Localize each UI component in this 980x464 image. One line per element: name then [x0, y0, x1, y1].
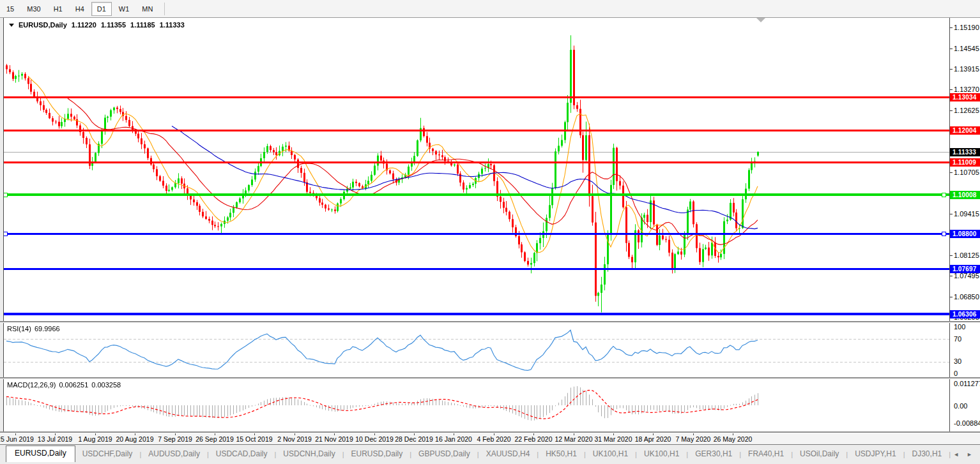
- date-axis-label: 26 Sep 2019: [195, 435, 234, 443]
- rsi-canvas[interactable]: [4, 322, 949, 378]
- panel-splitter-macd[interactable]: [0, 377, 980, 379]
- price-chart-panel[interactable]: [4, 18, 949, 322]
- rsi-panel[interactable]: [4, 322, 949, 378]
- chart-symbol-label: EURUSD,Daily: [19, 21, 67, 29]
- horizontal-level-line-1.12004[interactable]: [4, 130, 949, 131]
- line-handle-left-1.08800[interactable]: [3, 232, 8, 236]
- date-axis-label: 26 May 2020: [714, 435, 753, 443]
- price-axis-label: 1.12625: [954, 107, 979, 114]
- date-axis-label: 13 Jul 2019: [38, 435, 72, 443]
- tab-uk100-h1[interactable]: UK100,H1: [637, 447, 686, 461]
- chart-tab-bar: EURUSD,DailyUSDCHF,Daily|AUDUSD,Daily|US…: [0, 444, 980, 461]
- horizontal-level-line-1.10008[interactable]: [4, 193, 949, 196]
- price-axis-tick: [950, 297, 953, 297]
- date-axis-label: 16 Jan 2020: [435, 435, 472, 443]
- timeframe-button-d1[interactable]: D1: [91, 2, 112, 16]
- tab-usdcnh-daily[interactable]: USDCNH,Daily: [276, 447, 342, 461]
- line-handle-right-1.08800[interactable]: [942, 232, 946, 236]
- date-axis-label: 20 Aug 2019: [116, 435, 154, 443]
- date-axis-label: 18 Apr 2020: [635, 435, 671, 443]
- rsi-value: 69.9966: [34, 325, 60, 333]
- date-axis-label: 21 Nov 2019: [315, 435, 353, 443]
- date-axis-label: 22 Feb 2020: [515, 435, 553, 443]
- macd-main-value: 0.006251: [59, 381, 88, 389]
- price-axis-tick: [950, 110, 953, 111]
- rsi-axis-label: 100: [954, 323, 965, 331]
- macd-axis-label: 0.00: [954, 402, 967, 410]
- price-level-badge-1.11009: 1.11009: [950, 158, 980, 167]
- tab-usdcad-daily[interactable]: USDCAD,Daily: [209, 447, 275, 461]
- price-axis-label: 1.09415: [954, 210, 979, 218]
- macd-panel[interactable]: [4, 378, 949, 433]
- horizontal-level-line-1.13034[interactable]: [4, 96, 949, 98]
- price-canvas[interactable]: [4, 18, 949, 322]
- price-level-badge-1.07697: 1.07697: [950, 265, 980, 273]
- chart-shift-marker-icon[interactable]: [756, 18, 765, 22]
- date-axis-label: 7 Sep 2019: [158, 435, 192, 443]
- horizontal-level-line-1.08800[interactable]: [4, 233, 949, 235]
- price-axis-border: [949, 18, 950, 433]
- horizontal-level-line-1.06306[interactable]: [4, 313, 949, 315]
- tab-dj30-h1[interactable]: DJ30,H1: [905, 447, 949, 461]
- tab-audusd-daily[interactable]: AUDUSD,Daily: [141, 447, 207, 461]
- price-axis-label: 1.13915: [954, 65, 979, 73]
- price-axis-tick: [950, 276, 953, 276]
- tab-ger30-h1[interactable]: GER30,H1: [688, 447, 739, 461]
- price-level-badge-1.12004: 1.12004: [950, 126, 980, 135]
- date-axis-label: 31 Mar 2020: [595, 435, 632, 443]
- rsi-axis-label: 30: [954, 357, 961, 365]
- date-axis-label: 12 Mar 2020: [555, 435, 593, 443]
- tab-fra40-h1[interactable]: FRA40,H1: [741, 447, 791, 461]
- date-axis-label: 15 Oct 2019: [236, 435, 272, 443]
- panel-splitter-rsi[interactable]: [0, 321, 980, 323]
- rsi-indicator-label: RSI(14)69.9966: [7, 325, 63, 333]
- tab-eurusd-daily[interactable]: EURUSD,Daily: [344, 447, 410, 461]
- date-axis-label: 7 May 2020: [676, 435, 711, 443]
- price-axis-label: 1.15190: [954, 24, 979, 31]
- tab-scroll-left-icon[interactable]: ◄: [953, 451, 959, 458]
- date-axis: 25 Jun 201913 Jul 20191 Aug 201920 Aug 2…: [0, 433, 980, 444]
- price-axis-label: 1.10705: [954, 168, 979, 176]
- timeframe-button-h4[interactable]: H4: [70, 2, 90, 16]
- macd-indicator-label: MACD(12,26,9)0.0062510.003258: [7, 381, 124, 389]
- tab-usdjpy-h1[interactable]: USDJPY,H1: [848, 447, 903, 461]
- rsi-name: RSI(14): [7, 325, 31, 333]
- tab-usoil-daily[interactable]: USOil,Daily: [793, 447, 846, 461]
- tab-xauusd-h4[interactable]: XAUUSD,H4: [479, 447, 537, 461]
- line-handle-right-1.10008[interactable]: [942, 193, 946, 197]
- timeframe-toolbar: 15M30H1H4D1W1MN: [0, 0, 980, 18]
- timeframe-button-mn[interactable]: MN: [136, 2, 158, 16]
- timeframe-button-15[interactable]: 15: [1, 2, 20, 16]
- timeframe-button-h1[interactable]: H1: [48, 2, 68, 16]
- price-axis-tick: [950, 172, 953, 173]
- macd-axis-label: 0.011277: [954, 380, 980, 387]
- date-axis-label: 1 Aug 2019: [78, 435, 112, 443]
- ohlc-open: 1.11220: [72, 21, 96, 29]
- price-level-badge-1.08800: 1.08800: [950, 230, 980, 238]
- chart-dropdown-icon[interactable]: [9, 24, 14, 27]
- tab-scroll-right-icon[interactable]: ►: [967, 451, 972, 458]
- macd-canvas[interactable]: [4, 378, 949, 433]
- timeframe-button-w1[interactable]: W1: [113, 2, 135, 16]
- tab-usdchf-daily[interactable]: USDCHF,Daily: [75, 447, 140, 461]
- macd-signal-value: 0.003258: [91, 381, 121, 389]
- price-axis-tick: [950, 69, 953, 70]
- chart-left-border: [3, 18, 4, 433]
- price-axis-tick: [950, 255, 953, 256]
- tab-eurusd-daily[interactable]: EURUSD,Daily: [6, 445, 75, 462]
- panel-splitter-bottom: [0, 431, 980, 433]
- ohlc-close: 1.11333: [160, 21, 185, 29]
- tab-hk50-h1[interactable]: HK50,H1: [539, 447, 584, 461]
- macd-name: MACD(12,26,9): [7, 381, 56, 389]
- tab-gbpusd-daily[interactable]: GBPUSD,Daily: [411, 447, 477, 461]
- date-axis-label: 10 Dec 2019: [355, 435, 394, 443]
- horizontal-level-line-1.11009[interactable]: [4, 161, 949, 163]
- price-axis-label: 1.06850: [954, 293, 979, 301]
- price-axis-label: 1.08125: [954, 251, 979, 259]
- line-handle-left-1.10008[interactable]: [3, 193, 8, 197]
- timeframe-button-m30[interactable]: M30: [21, 2, 46, 16]
- tab-uk100-h1[interactable]: UK100,H1: [586, 447, 635, 461]
- trading-platform-window: 15M30H1H4D1W1MN EURUSD,Daily 1.11220 1.1…: [0, 0, 980, 464]
- horizontal-level-line-1.07697[interactable]: [4, 268, 949, 270]
- price-level-badge-1.13034: 1.13034: [950, 93, 980, 101]
